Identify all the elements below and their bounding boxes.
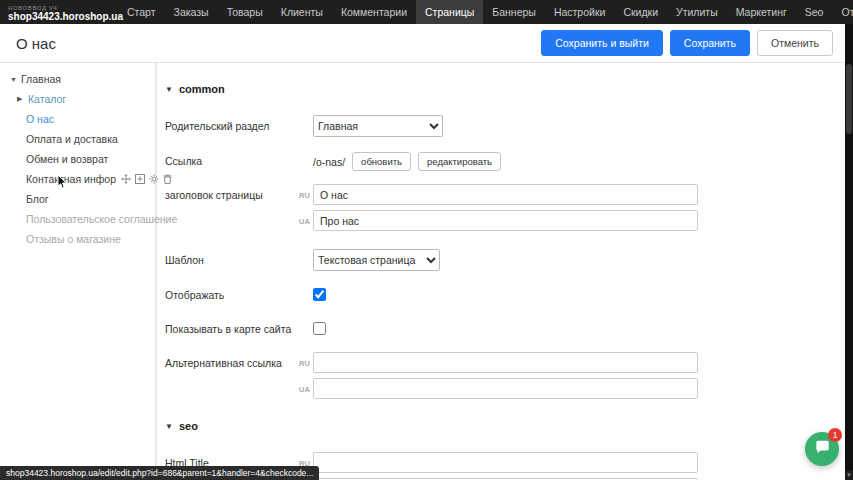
sidebar-item-label: Каталог bbox=[28, 93, 66, 105]
chevron-right-icon[interactable]: ▶ bbox=[17, 95, 24, 103]
menu-item-banners[interactable]: Баннеры bbox=[483, 0, 545, 24]
add-page-icon[interactable] bbox=[135, 174, 145, 184]
display-row: Отображать bbox=[165, 284, 845, 305]
sitemap-checkbox[interactable] bbox=[313, 322, 326, 335]
sidebar-item-blog[interactable]: Блог bbox=[0, 189, 155, 209]
sidebar-item-home[interactable]: ▼ Главная bbox=[0, 69, 155, 89]
menu-item-settings[interactable]: Настройки bbox=[545, 0, 615, 24]
menu-item-pages[interactable]: Страницы bbox=[416, 0, 483, 24]
parent-section-select[interactable]: Главная bbox=[313, 115, 443, 137]
template-select[interactable]: Текстовая страница bbox=[313, 249, 440, 271]
sidebar-item-user-agreement[interactable]: Пользовательское соглашение bbox=[0, 209, 155, 229]
menu-item-comments[interactable]: Комментарии bbox=[332, 0, 416, 24]
sitemap-row: Показывать в карте сайта bbox=[165, 318, 845, 339]
page-header: О нас Сохранить и выйти Сохранить Отмени… bbox=[0, 24, 853, 63]
scrollbar-down-arrow-icon[interactable]: ▼ bbox=[845, 470, 853, 480]
lang-ru-label: RU bbox=[299, 191, 310, 200]
main-menu: Старт Заказы Товары Клиенты Комментарии … bbox=[118, 0, 853, 24]
lang-ua-label: UA bbox=[299, 385, 310, 394]
lang-ru-label: RU bbox=[299, 359, 310, 368]
sidebar-item-payment-delivery[interactable]: Оплата и доставка bbox=[0, 129, 155, 149]
display-checkbox[interactable] bbox=[313, 288, 326, 301]
pages-tree-sidebar: ▼ Главная ▶ Каталог О нас Оплата и доста… bbox=[0, 63, 156, 480]
logo-shop-domain: shop34423.horoshop.ua bbox=[8, 12, 108, 22]
status-bar: shop34423.horoshop.ua/edit/edit.php?id=6… bbox=[0, 466, 319, 480]
scrollbar-thumb[interactable] bbox=[846, 64, 852, 134]
chat-unread-badge: 1 bbox=[828, 428, 842, 442]
menu-item-utilities[interactable]: Утилиты bbox=[667, 0, 727, 24]
sidebar-item-store-reviews[interactable]: Отзывы о магазине bbox=[0, 229, 155, 249]
menu-item-marketing[interactable]: Маркетинг bbox=[727, 0, 796, 24]
move-icon[interactable] bbox=[121, 174, 131, 184]
refresh-link-button[interactable]: обновить bbox=[352, 152, 411, 171]
field-label: Шаблон bbox=[165, 249, 313, 271]
collapse-section-icon[interactable]: ▼ bbox=[165, 422, 173, 431]
link-path: /o-nas/ bbox=[313, 156, 345, 168]
app-logo[interactable]: НОВОВВОД V4 shop34423.horoshop.ua bbox=[0, 3, 118, 22]
page-title-ua-input[interactable] bbox=[313, 210, 698, 231]
menu-item-products[interactable]: Товары bbox=[218, 0, 272, 24]
page-title: О нас bbox=[16, 35, 56, 52]
topbar: НОВОВВОД V4 shop34423.horoshop.ua Старт … bbox=[0, 0, 853, 24]
field-label: Ссылка bbox=[165, 150, 313, 171]
template-row: Шаблон Текстовая страница bbox=[165, 249, 845, 271]
field-label: Альтернативная ссылка bbox=[165, 352, 313, 404]
lang-ua-label: UA bbox=[299, 217, 310, 226]
sidebar-item-label: Отзывы о магазине bbox=[26, 233, 121, 245]
menu-item-start[interactable]: Старт bbox=[118, 0, 165, 24]
sidebar-item-contact-info[interactable]: Контактная инфор bbox=[0, 169, 155, 189]
sidebar-item-label: Оплата и доставка bbox=[26, 133, 118, 145]
page-edit-form: ▼ common Родительский раздел Главная Ссы… bbox=[157, 63, 845, 480]
html-title-ru-input[interactable] bbox=[313, 452, 698, 473]
field-label: Показывать в карте сайта bbox=[165, 318, 313, 339]
field-label: заголовок страницы bbox=[165, 184, 313, 236]
alt-link-ua-input[interactable] bbox=[313, 378, 698, 399]
sidebar-item-label: Контактная инфор bbox=[26, 173, 116, 185]
sidebar-item-label: Обмен и возврат bbox=[26, 153, 108, 165]
field-label: Родительский раздел bbox=[165, 115, 313, 137]
menu-item-seo[interactable]: Seo bbox=[796, 0, 833, 24]
page-title-ru-input[interactable] bbox=[313, 184, 698, 205]
menu-item-clients[interactable]: Клиенты bbox=[272, 0, 332, 24]
sidebar-item-label: Блог bbox=[26, 193, 49, 205]
alt-link-row: Альтернативная ссылка RU UA bbox=[165, 352, 845, 404]
collapse-section-icon[interactable]: ▼ bbox=[165, 85, 173, 94]
section-common[interactable]: ▼ common bbox=[165, 83, 845, 95]
page-title-row: заголовок страницы RU UA bbox=[165, 184, 845, 236]
chat-bubble-icon bbox=[814, 439, 831, 460]
sidebar-item-label: О нас bbox=[26, 113, 54, 125]
field-label: Отображать bbox=[165, 284, 313, 305]
alt-link-ru-input[interactable] bbox=[313, 352, 698, 373]
sidebar-item-catalog[interactable]: ▶ Каталог bbox=[0, 89, 155, 109]
section-seo[interactable]: ▼ seo bbox=[165, 420, 845, 432]
sidebar-item-about[interactable]: О нас bbox=[0, 109, 155, 129]
save-button[interactable]: Сохранить bbox=[670, 30, 750, 56]
parent-section-row: Родительский раздел Главная bbox=[165, 115, 845, 137]
menu-item-discounts[interactable]: Скидки bbox=[614, 0, 667, 24]
link-row: Ссылка /o-nas/ обновить редактировать bbox=[165, 150, 845, 171]
trash-icon[interactable] bbox=[163, 174, 172, 184]
menu-item-orders[interactable]: Заказы bbox=[165, 0, 218, 24]
cancel-button[interactable]: Отменить bbox=[757, 30, 833, 56]
sidebar-item-label: Главная bbox=[21, 73, 61, 85]
sidebar-item-label: Пользовательское соглашение bbox=[26, 213, 177, 225]
vertical-scrollbar[interactable]: ▼ bbox=[845, 24, 853, 480]
chevron-down-icon[interactable]: ▼ bbox=[10, 76, 17, 83]
edit-link-button[interactable]: редактировать bbox=[418, 152, 501, 171]
section-common-title: common bbox=[179, 83, 225, 95]
save-and-exit-button[interactable]: Сохранить и выйти bbox=[541, 30, 663, 56]
logo-version-label: НОВОВВОД V4 bbox=[8, 5, 108, 11]
chat-widget-button[interactable]: 1 bbox=[805, 432, 839, 466]
sidebar-item-exchange-return[interactable]: Обмен и возврат bbox=[0, 149, 155, 169]
gear-icon[interactable] bbox=[149, 174, 159, 184]
menu-item-reports[interactable]: Отчеты bbox=[832, 0, 853, 24]
section-seo-title: seo bbox=[179, 420, 198, 432]
